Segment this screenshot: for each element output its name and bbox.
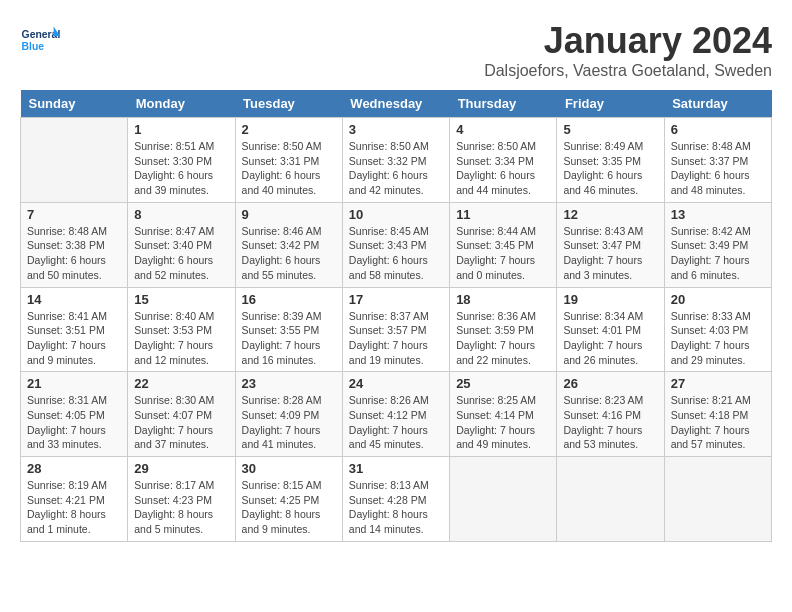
day-info: Sunrise: 8:40 AM Sunset: 3:53 PM Dayligh… [134, 309, 228, 368]
day-number: 21 [27, 376, 121, 391]
day-info: Sunrise: 8:44 AM Sunset: 3:45 PM Dayligh… [456, 224, 550, 283]
calendar-cell: 11Sunrise: 8:44 AM Sunset: 3:45 PM Dayli… [450, 202, 557, 287]
calendar-cell [450, 457, 557, 542]
weekday-header-saturday: Saturday [664, 90, 771, 118]
calendar-cell: 31Sunrise: 8:13 AM Sunset: 4:28 PM Dayli… [342, 457, 449, 542]
calendar-cell: 16Sunrise: 8:39 AM Sunset: 3:55 PM Dayli… [235, 287, 342, 372]
day-number: 22 [134, 376, 228, 391]
day-number: 28 [27, 461, 121, 476]
day-number: 8 [134, 207, 228, 222]
day-number: 27 [671, 376, 765, 391]
day-info: Sunrise: 8:43 AM Sunset: 3:47 PM Dayligh… [563, 224, 657, 283]
calendar-cell: 9Sunrise: 8:46 AM Sunset: 3:42 PM Daylig… [235, 202, 342, 287]
calendar-cell: 4Sunrise: 8:50 AM Sunset: 3:34 PM Daylig… [450, 118, 557, 203]
day-number: 23 [242, 376, 336, 391]
calendar-cell: 20Sunrise: 8:33 AM Sunset: 4:03 PM Dayli… [664, 287, 771, 372]
day-number: 19 [563, 292, 657, 307]
day-info: Sunrise: 8:17 AM Sunset: 4:23 PM Dayligh… [134, 478, 228, 537]
day-info: Sunrise: 8:50 AM Sunset: 3:32 PM Dayligh… [349, 139, 443, 198]
calendar-cell [557, 457, 664, 542]
week-row-1: 1Sunrise: 8:51 AM Sunset: 3:30 PM Daylig… [21, 118, 772, 203]
day-info: Sunrise: 8:41 AM Sunset: 3:51 PM Dayligh… [27, 309, 121, 368]
calendar-cell: 13Sunrise: 8:42 AM Sunset: 3:49 PM Dayli… [664, 202, 771, 287]
calendar-cell: 15Sunrise: 8:40 AM Sunset: 3:53 PM Dayli… [128, 287, 235, 372]
day-info: Sunrise: 8:49 AM Sunset: 3:35 PM Dayligh… [563, 139, 657, 198]
day-info: Sunrise: 8:51 AM Sunset: 3:30 PM Dayligh… [134, 139, 228, 198]
day-info: Sunrise: 8:33 AM Sunset: 4:03 PM Dayligh… [671, 309, 765, 368]
day-number: 11 [456, 207, 550, 222]
day-number: 16 [242, 292, 336, 307]
day-info: Sunrise: 8:50 AM Sunset: 3:31 PM Dayligh… [242, 139, 336, 198]
day-info: Sunrise: 8:39 AM Sunset: 3:55 PM Dayligh… [242, 309, 336, 368]
day-number: 26 [563, 376, 657, 391]
day-info: Sunrise: 8:37 AM Sunset: 3:57 PM Dayligh… [349, 309, 443, 368]
calendar-cell: 18Sunrise: 8:36 AM Sunset: 3:59 PM Dayli… [450, 287, 557, 372]
calendar-cell: 25Sunrise: 8:25 AM Sunset: 4:14 PM Dayli… [450, 372, 557, 457]
week-row-2: 7Sunrise: 8:48 AM Sunset: 3:38 PM Daylig… [21, 202, 772, 287]
weekday-header-sunday: Sunday [21, 90, 128, 118]
calendar-cell: 10Sunrise: 8:45 AM Sunset: 3:43 PM Dayli… [342, 202, 449, 287]
day-number: 13 [671, 207, 765, 222]
day-number: 15 [134, 292, 228, 307]
weekday-header-monday: Monday [128, 90, 235, 118]
day-info: Sunrise: 8:13 AM Sunset: 4:28 PM Dayligh… [349, 478, 443, 537]
title-section: January 2024 Dalsjoefors, Vaestra Goetal… [484, 20, 772, 80]
weekday-header-thursday: Thursday [450, 90, 557, 118]
calendar-cell: 8Sunrise: 8:47 AM Sunset: 3:40 PM Daylig… [128, 202, 235, 287]
day-number: 3 [349, 122, 443, 137]
calendar-cell: 1Sunrise: 8:51 AM Sunset: 3:30 PM Daylig… [128, 118, 235, 203]
page-header: General Blue January 2024 Dalsjoefors, V… [20, 20, 772, 80]
calendar-cell: 3Sunrise: 8:50 AM Sunset: 3:32 PM Daylig… [342, 118, 449, 203]
location-title: Dalsjoefors, Vaestra Goetaland, Sweden [484, 62, 772, 80]
day-info: Sunrise: 8:47 AM Sunset: 3:40 PM Dayligh… [134, 224, 228, 283]
calendar-cell: 23Sunrise: 8:28 AM Sunset: 4:09 PM Dayli… [235, 372, 342, 457]
day-info: Sunrise: 8:15 AM Sunset: 4:25 PM Dayligh… [242, 478, 336, 537]
day-info: Sunrise: 8:26 AM Sunset: 4:12 PM Dayligh… [349, 393, 443, 452]
week-row-5: 28Sunrise: 8:19 AM Sunset: 4:21 PM Dayli… [21, 457, 772, 542]
week-row-4: 21Sunrise: 8:31 AM Sunset: 4:05 PM Dayli… [21, 372, 772, 457]
day-number: 4 [456, 122, 550, 137]
day-number: 24 [349, 376, 443, 391]
day-number: 12 [563, 207, 657, 222]
calendar-cell: 5Sunrise: 8:49 AM Sunset: 3:35 PM Daylig… [557, 118, 664, 203]
day-info: Sunrise: 8:46 AM Sunset: 3:42 PM Dayligh… [242, 224, 336, 283]
calendar-cell: 26Sunrise: 8:23 AM Sunset: 4:16 PM Dayli… [557, 372, 664, 457]
day-info: Sunrise: 8:23 AM Sunset: 4:16 PM Dayligh… [563, 393, 657, 452]
day-number: 9 [242, 207, 336, 222]
day-number: 18 [456, 292, 550, 307]
day-number: 14 [27, 292, 121, 307]
day-info: Sunrise: 8:21 AM Sunset: 4:18 PM Dayligh… [671, 393, 765, 452]
calendar-cell: 22Sunrise: 8:30 AM Sunset: 4:07 PM Dayli… [128, 372, 235, 457]
calendar-cell: 28Sunrise: 8:19 AM Sunset: 4:21 PM Dayli… [21, 457, 128, 542]
day-number: 7 [27, 207, 121, 222]
day-info: Sunrise: 8:48 AM Sunset: 3:37 PM Dayligh… [671, 139, 765, 198]
calendar-cell: 19Sunrise: 8:34 AM Sunset: 4:01 PM Dayli… [557, 287, 664, 372]
day-info: Sunrise: 8:48 AM Sunset: 3:38 PM Dayligh… [27, 224, 121, 283]
calendar-cell: 21Sunrise: 8:31 AM Sunset: 4:05 PM Dayli… [21, 372, 128, 457]
calendar-cell: 6Sunrise: 8:48 AM Sunset: 3:37 PM Daylig… [664, 118, 771, 203]
calendar-cell [21, 118, 128, 203]
svg-text:Blue: Blue [22, 41, 45, 52]
calendar-cell: 2Sunrise: 8:50 AM Sunset: 3:31 PM Daylig… [235, 118, 342, 203]
day-number: 5 [563, 122, 657, 137]
day-number: 30 [242, 461, 336, 476]
calendar-cell: 29Sunrise: 8:17 AM Sunset: 4:23 PM Dayli… [128, 457, 235, 542]
day-number: 1 [134, 122, 228, 137]
month-title: January 2024 [484, 20, 772, 62]
day-number: 25 [456, 376, 550, 391]
day-number: 20 [671, 292, 765, 307]
calendar-cell: 12Sunrise: 8:43 AM Sunset: 3:47 PM Dayli… [557, 202, 664, 287]
day-info: Sunrise: 8:42 AM Sunset: 3:49 PM Dayligh… [671, 224, 765, 283]
day-number: 10 [349, 207, 443, 222]
day-number: 2 [242, 122, 336, 137]
day-number: 17 [349, 292, 443, 307]
week-row-3: 14Sunrise: 8:41 AM Sunset: 3:51 PM Dayli… [21, 287, 772, 372]
calendar-cell: 7Sunrise: 8:48 AM Sunset: 3:38 PM Daylig… [21, 202, 128, 287]
logo: General Blue [20, 20, 64, 60]
day-info: Sunrise: 8:45 AM Sunset: 3:43 PM Dayligh… [349, 224, 443, 283]
day-info: Sunrise: 8:28 AM Sunset: 4:09 PM Dayligh… [242, 393, 336, 452]
day-number: 6 [671, 122, 765, 137]
day-info: Sunrise: 8:19 AM Sunset: 4:21 PM Dayligh… [27, 478, 121, 537]
day-number: 31 [349, 461, 443, 476]
day-number: 29 [134, 461, 228, 476]
